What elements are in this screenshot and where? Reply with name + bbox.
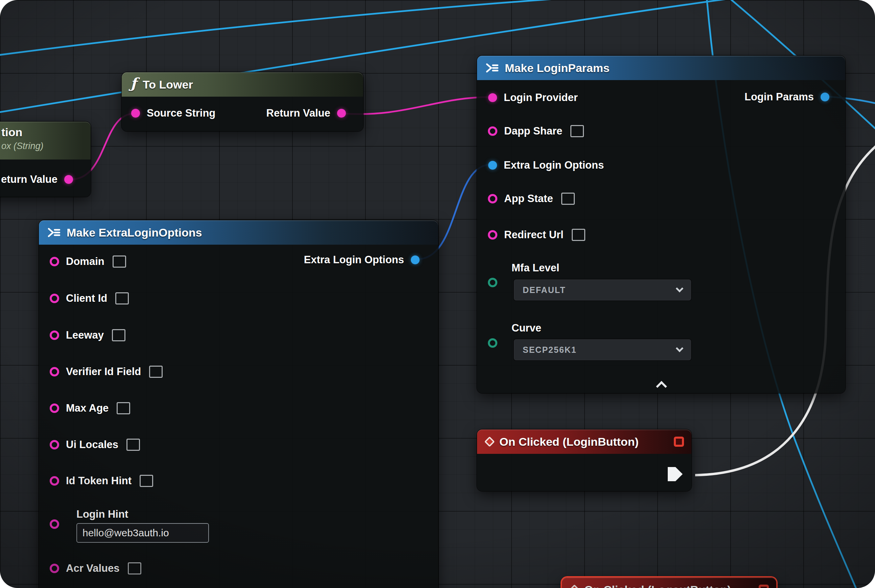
exec-output-pin[interactable] — [668, 467, 683, 481]
pin-label: Source String — [147, 107, 215, 119]
pin-row: eturn Value — [1, 172, 73, 187]
wire-magenta-to-login-provider[interactable] — [343, 97, 491, 114]
verifier-id-field-checkbox[interactable] — [149, 366, 162, 378]
make-struct-icon — [48, 227, 60, 238]
pin-label: Extra Login Options — [504, 159, 604, 171]
pin-row: Id Token Hint — [50, 474, 153, 488]
leeway-checkbox[interactable] — [112, 329, 125, 341]
node-title: Make ExtraLoginOptions — [67, 226, 202, 239]
id-token-hint-checkbox[interactable] — [140, 475, 153, 487]
pin-label: Verifier Id Field — [66, 366, 141, 378]
id-token-hint-input-pin[interactable] — [50, 476, 59, 486]
node-title: On Clicked (LoginButton) — [499, 435, 639, 448]
login-hint-input[interactable] — [77, 523, 209, 543]
chevron-down-icon — [676, 285, 684, 292]
node-make-login-params[interactable]: Make LoginParams Login Provider Login Pa… — [477, 56, 845, 393]
extra-login-options-output-pin[interactable] — [411, 255, 419, 264]
pin-row: Login Provider — [488, 90, 578, 105]
max-age-checkbox[interactable] — [117, 402, 130, 414]
node-header: Make ExtraLoginOptions — [39, 220, 438, 244]
login-provider-input-pin[interactable] — [488, 93, 497, 102]
pin-label: Login Provider — [504, 92, 578, 104]
client-id-input-pin[interactable] — [50, 294, 59, 303]
pin-label: Max Age — [66, 402, 108, 414]
redirect-url-input-pin[interactable] — [488, 230, 497, 240]
node-header: tion ox (String) — [0, 122, 90, 159]
event-diamond-icon — [569, 584, 579, 588]
pin-row: Extra Login Options — [488, 158, 604, 172]
wire-cyan-top-1[interactable] — [0, 0, 598, 56]
acr-values-checkbox[interactable] — [128, 562, 141, 574]
return-value-output-pin[interactable] — [337, 109, 346, 118]
collapse-node-chevron[interactable] — [656, 380, 666, 388]
delegate-output-pin[interactable] — [674, 436, 684, 447]
node-header: ƒ To Lower — [122, 72, 363, 97]
pin-row: Source String — [131, 106, 215, 121]
node-on-clicked-login-button[interactable]: On Clicked (LoginButton) — [477, 429, 692, 491]
node-on-clicked-logout-button[interactable]: On Clicked (LogoutButton) — [562, 578, 776, 588]
pin-label: Login Params — [744, 91, 814, 103]
function-icon: ƒ — [131, 76, 137, 91]
domain-checkbox[interactable] — [113, 255, 126, 268]
node-title: To Lower — [143, 78, 193, 91]
ui-locales-input-pin[interactable] — [50, 440, 59, 450]
redirect-url-checkbox[interactable] — [572, 229, 585, 241]
leeway-input-pin[interactable] — [50, 330, 59, 340]
domain-input-pin[interactable] — [50, 257, 59, 266]
pin-row: App State — [488, 191, 575, 206]
max-age-input-pin[interactable] — [50, 404, 59, 413]
login-hint-label: Login Hint — [77, 508, 128, 520]
pin-row — [50, 517, 59, 532]
curve-label: Curve — [511, 322, 541, 334]
node-header: On Clicked (LogoutButton) — [562, 578, 776, 588]
mfa-level-value: DEFAULT — [523, 285, 566, 295]
pin-row: Client Id — [50, 291, 129, 306]
login-params-output-pin[interactable] — [821, 93, 829, 101]
return-value-output-pin[interactable] — [64, 175, 73, 184]
node-header: Make LoginParams — [477, 56, 845, 80]
event-diamond-icon — [484, 436, 495, 447]
pin-label: Extra Login Options — [304, 254, 404, 266]
pin-row: Dapp Share — [488, 124, 584, 138]
app-state-checkbox[interactable] — [561, 193, 575, 205]
pin-row: Domain — [50, 254, 126, 269]
mfa-level-label: Mfa Level — [511, 262, 559, 274]
pin-label: Id Token Hint — [66, 475, 132, 487]
node-title: tion — [2, 126, 82, 139]
make-struct-icon — [486, 63, 499, 74]
node-title: Make LoginParams — [505, 62, 610, 75]
node-header: On Clicked (LoginButton) — [477, 429, 692, 454]
app-state-input-pin[interactable] — [488, 194, 497, 203]
extra-login-options-input-pin[interactable] — [488, 161, 497, 170]
node-make-extra-login-options[interactable]: Make ExtraLoginOptions Extra Login Optio… — [39, 220, 438, 588]
source-string-input-pin[interactable] — [131, 109, 140, 118]
verifier-id-field-input-pin[interactable] — [50, 367, 59, 376]
dapp-share-checkbox[interactable] — [570, 125, 584, 137]
pin-label: App State — [504, 193, 553, 205]
dapp-share-input-pin[interactable] — [488, 126, 497, 136]
pin-label: Return Value — [266, 107, 331, 119]
acr-values-input-pin[interactable] — [50, 564, 59, 573]
pin-label: Leeway — [66, 329, 104, 341]
mfa-level-input-pin[interactable] — [488, 278, 497, 287]
mfa-level-dropdown[interactable]: DEFAULT — [513, 279, 692, 301]
curve-dropdown[interactable]: SECP256K1 — [513, 339, 692, 361]
node-clipped-function[interactable]: tion ox (String) eturn Value — [0, 122, 90, 196]
pin-row: Leeway — [50, 328, 125, 343]
curve-value: SECP256K1 — [523, 345, 577, 355]
blueprint-graph-canvas[interactable]: tion ox (String) eturn Value ƒ To Lower … — [0, 0, 875, 588]
ui-locales-checkbox[interactable] — [126, 439, 140, 451]
pin-label: Acr Values — [66, 562, 120, 574]
pin-row: Login Params — [744, 90, 829, 104]
pin-row: Acr Values — [50, 561, 141, 576]
pin-row — [488, 336, 497, 350]
delegate-output-pin[interactable] — [759, 585, 769, 588]
pin-label: Ui Locales — [66, 439, 118, 451]
client-id-checkbox[interactable] — [115, 292, 129, 304]
node-to-lower[interactable]: ƒ To Lower Source String Return Value — [122, 72, 363, 131]
curve-input-pin[interactable] — [488, 338, 497, 348]
pin-row: Max Age — [50, 401, 130, 416]
node-subtitle: ox (String) — [2, 141, 82, 152]
login-hint-input-pin[interactable] — [50, 519, 59, 529]
pin-row: Return Value — [266, 106, 346, 121]
